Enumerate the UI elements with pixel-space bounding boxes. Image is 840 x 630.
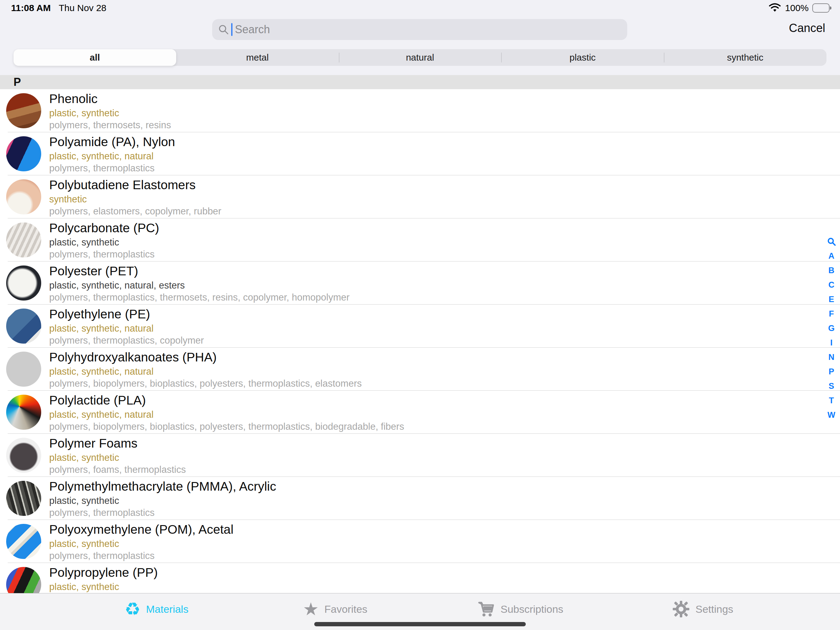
index-letter-s[interactable]: S [829, 382, 834, 390]
material-tags: plastic, synthetic [49, 538, 818, 550]
tab-label: Favorites [324, 603, 368, 615]
gear-icon [672, 600, 690, 618]
status-date: Thu Nov 28 [59, 3, 106, 13]
index-letter-i[interactable]: I [830, 339, 833, 347]
index-letter-g[interactable]: G [828, 324, 834, 332]
tab-label: Settings [695, 603, 733, 615]
status-right: 100% [768, 3, 831, 13]
index-letter-a[interactable]: A [828, 252, 834, 260]
material-tags: plastic, synthetic, natural [49, 366, 818, 378]
material-name: Polypropylene (PP) [49, 565, 818, 580]
material-tags: plastic, synthetic, natural [49, 408, 818, 421]
index-letter-p[interactable]: P [829, 367, 834, 376]
segment-synthetic[interactable]: synthetic [664, 49, 826, 66]
search-placeholder: Search [235, 23, 270, 36]
segment-all[interactable]: all [14, 49, 176, 66]
index-letter-f[interactable]: F [829, 309, 834, 318]
material-tags: plastic, synthetic, natural [49, 150, 818, 162]
tab-subscriptions[interactable]: Subscriptions [477, 600, 563, 618]
list-item[interactable]: Polymer Foams plastic, synthetic polymer… [0, 434, 840, 477]
index-letter-t[interactable]: T [829, 396, 834, 405]
material-thumbnail [6, 481, 41, 516]
filter-segmented-control: all metal natural plastic synthetic [14, 49, 826, 66]
material-name: Polymer Foams [49, 435, 818, 451]
material-thumbnail [6, 266, 41, 301]
tab-favorites[interactable]: ★ Favorites [303, 600, 368, 618]
segment-metal[interactable]: metal [176, 49, 339, 66]
index-letter-w[interactable]: W [827, 411, 835, 419]
material-name: Polyethylene (PE) [49, 306, 818, 322]
index-search-icon[interactable] [827, 237, 836, 246]
material-subtags: polymers, thermoplastics [49, 507, 818, 519]
material-name: Polycarbonate (PC) [49, 220, 818, 236]
material-tags: plastic, synthetic [49, 451, 818, 464]
cancel-button[interactable]: Cancel [789, 22, 825, 35]
section-letter: P [14, 76, 21, 89]
material-subtags: polymers, biopolymers, bioplastics, poly… [49, 421, 818, 432]
battery-icon [812, 3, 831, 13]
material-subtags: polymers, thermoplastics [49, 162, 818, 174]
material-name: Polyoxymethylene (POM), Acetal [49, 522, 818, 537]
material-name: Phenolic [49, 91, 818, 106]
material-tags: plastic, synthetic, natural, esters [49, 279, 818, 291]
tab-label: Subscriptions [501, 603, 563, 615]
status-bar: 11:08 AM Thu Nov 28 100% [0, 0, 840, 16]
list-item[interactable]: Phenolic plastic, synthetic polymers, th… [0, 89, 840, 132]
material-thumbnail [6, 136, 41, 171]
material-thumbnail [6, 309, 41, 343]
recycle-icon: ♻ [125, 600, 141, 618]
list-item[interactable]: Polypropylene (PP) plastic, synthetic [0, 563, 840, 593]
material-thumbnail [6, 567, 41, 593]
cart-icon [477, 600, 495, 618]
material-name: Polyamide (PA), Nylon [49, 134, 818, 149]
list-item[interactable]: Polybutadiene Elastomers synthetic polym… [0, 175, 840, 218]
material-thumbnail [6, 395, 41, 430]
tab-materials[interactable]: ♻ Materials [125, 600, 188, 618]
list-item[interactable]: Polyethylene (PE) plastic, synthetic, na… [0, 304, 840, 348]
search-icon [218, 24, 229, 35]
battery-percent-label: 100% [785, 3, 808, 13]
alphabet-index: A B C E F G I N P S T W [825, 237, 838, 419]
status-time: 11:08 AM [11, 3, 51, 13]
segment-plastic[interactable]: plastic [501, 49, 664, 66]
tab-settings[interactable]: Settings [672, 600, 733, 618]
index-letter-b[interactable]: B [828, 266, 834, 275]
text-cursor [231, 23, 232, 36]
list-item[interactable]: Polyamide (PA), Nylon plastic, synthetic… [0, 132, 840, 175]
material-subtags: polymers, elastomers, copolymer, rubber [49, 206, 818, 217]
list-item[interactable]: Polyhydroxyalkanoates (PHA) plastic, syn… [0, 348, 840, 391]
material-thumbnail [6, 438, 41, 473]
material-tags: synthetic [49, 193, 818, 206]
material-subtags: polymers, thermoplastics, thermosets, re… [49, 291, 818, 303]
material-name: Polybutadiene Elastomers [49, 177, 818, 193]
material-subtags: polymers, thermoplastics [49, 249, 818, 260]
wifi-icon [768, 3, 781, 13]
materials-app-screen: 11:08 AM Thu Nov 28 100% [0, 0, 840, 630]
material-tags: plastic, synthetic [49, 581, 818, 593]
material-thumbnail [6, 351, 41, 387]
list-item[interactable]: Polyester (PET) plastic, synthetic, natu… [0, 261, 840, 304]
material-thumbnail [6, 93, 41, 128]
index-letter-c[interactable]: C [828, 280, 834, 289]
list-item[interactable]: Polycarbonate (PC) plastic, synthetic po… [0, 218, 840, 261]
material-subtags: polymers, thermoplastics, copolymer [49, 335, 818, 347]
material-name: Polyester (PET) [49, 263, 818, 279]
top-chrome: 11:08 AM Thu Nov 28 100% [0, 0, 840, 75]
list-item[interactable]: Polylactide (PLA) plastic, synthetic, na… [0, 391, 840, 434]
list-item[interactable]: Polyoxymethylene (POM), Acetal plastic, … [0, 520, 840, 563]
list-item[interactable]: Polymethylmethacrylate (PMMA), Acrylic p… [0, 477, 840, 520]
star-icon: ★ [303, 600, 319, 618]
search-row: Search Cancel [0, 19, 840, 41]
segment-natural[interactable]: natural [339, 49, 502, 66]
status-left: 11:08 AM Thu Nov 28 [11, 3, 106, 13]
material-tags: plastic, synthetic [49, 495, 818, 507]
material-name: Polyhydroxyalkanoates (PHA) [49, 350, 818, 365]
material-name: Polymethylmethacrylate (PMMA), Acrylic [49, 479, 818, 494]
material-tags: plastic, synthetic [49, 107, 818, 119]
material-thumbnail [6, 524, 41, 559]
materials-list: Phenolic plastic, synthetic polymers, th… [0, 89, 840, 593]
search-input[interactable]: Search [212, 19, 627, 40]
index-letter-n[interactable]: N [828, 353, 834, 361]
home-indicator[interactable] [314, 622, 526, 626]
index-letter-e[interactable]: E [829, 295, 834, 304]
